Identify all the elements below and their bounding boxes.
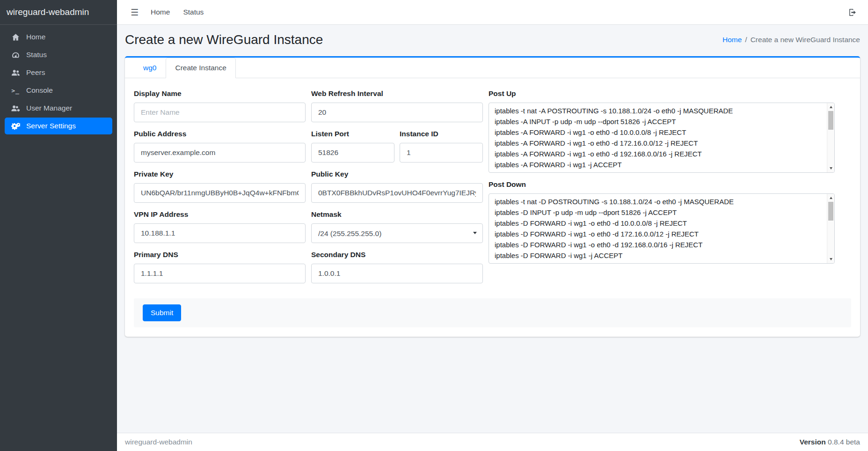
sidebar-item-label: Status [26, 51, 47, 59]
post-down-textarea[interactable]: iptables -t nat -D POSTROUTING -s 10.188… [489, 193, 835, 264]
primary-dns-group: Primary DNS [134, 250, 306, 283]
private-key-group: Private Key [134, 169, 306, 203]
scroll-down-arrow-icon[interactable] [827, 165, 834, 172]
content-header: Create a new WireGuard Instance Home / C… [117, 25, 868, 56]
netmask-label: Netmask [311, 209, 483, 220]
sidebar-item-label: Server Settings [26, 122, 76, 130]
breadcrumb: Home / Create a new WireGuard Instance [722, 36, 860, 44]
top-navbar: ☰ Home Status [117, 0, 868, 25]
scrollbar-thumb[interactable] [828, 111, 833, 130]
sidebar-brand-text: wireguard-webadmin [7, 7, 89, 17]
card-body: Display Name Public Address Private Key [125, 78, 860, 337]
netmask-group: Netmask /24 (255.255.255.0) [311, 209, 483, 243]
sidebar-toggle-icon[interactable]: ☰ [125, 5, 144, 20]
web-refresh-label: Web Refresh Interval [311, 89, 483, 99]
sidebar-nav: Home Status Peers >_ Console User Manage… [0, 25, 117, 135]
sidebar-item-home[interactable]: Home [5, 29, 112, 45]
vpn-ip-group: VPN IP Address [134, 209, 306, 243]
public-key-label: Public Key [311, 169, 483, 179]
listen-port-group: Listen Port [311, 129, 394, 163]
sidebar-item-server-settings[interactable]: Server Settings [5, 118, 112, 134]
tab-wg0[interactable]: wg0 [134, 58, 166, 78]
web-refresh-input[interactable] [311, 103, 483, 122]
instance-id-label: Instance ID [400, 129, 483, 139]
public-key-input[interactable] [311, 183, 483, 203]
breadcrumb-home-link[interactable]: Home [722, 36, 742, 44]
card-tabs: wg0 Create Instance [125, 58, 860, 78]
instance-id-input[interactable] [400, 143, 483, 163]
primary-dns-input[interactable] [134, 264, 306, 283]
post-up-label: Post Up [489, 89, 835, 99]
public-key-group: Public Key [311, 169, 483, 203]
form-column-middle: Web Refresh Interval Listen Port Instanc… [311, 89, 483, 290]
scroll-down-arrow-icon[interactable] [827, 256, 834, 263]
post-down-label: Post Down [489, 179, 835, 190]
primary-dns-label: Primary DNS [134, 250, 306, 260]
sidebar-item-label: Home [26, 33, 45, 41]
web-refresh-group: Web Refresh Interval [311, 89, 483, 122]
page-footer: wireguard-webadmin Version 0.8.4 beta [117, 433, 868, 451]
private-key-label: Private Key [134, 169, 306, 179]
post-down-content: iptables -t nat -D POSTROUTING -s 10.188… [489, 194, 834, 263]
post-up-scrollbar[interactable] [827, 103, 834, 172]
port-id-row: Listen Port Instance ID [311, 129, 483, 169]
post-up-textarea[interactable]: iptables -t nat -A POSTROUTING -s 10.188… [489, 103, 835, 173]
main-wrapper: ☰ Home Status Create a new WireGuard Ins… [117, 0, 868, 451]
sidebar-item-label: Console [26, 86, 53, 95]
sidebar-brand-link[interactable]: wireguard-webadmin [0, 0, 117, 25]
terminal-icon: >_ [9, 87, 22, 94]
instance-form: Display Name Public Address Private Key [134, 89, 851, 290]
sidebar-item-console[interactable]: >_ Console [5, 82, 112, 99]
cogs-icon [9, 122, 22, 130]
footer-brand: wireguard-webadmin [125, 438, 192, 446]
tachometer-icon [9, 51, 22, 59]
secondary-dns-label: Secondary DNS [311, 250, 483, 260]
netmask-select[interactable]: /24 (255.255.255.0) [311, 223, 483, 243]
sidebar-item-user-manager[interactable]: User Manager [5, 100, 112, 117]
card-footer: Submit [134, 298, 851, 327]
display-name-group: Display Name [134, 89, 306, 122]
breadcrumb-current: Create a new WireGuard Instance [751, 36, 860, 44]
users-icon [9, 69, 22, 76]
footer-version-value: 0.8.4 beta [828, 438, 860, 446]
footer-version: Version 0.8.4 beta [800, 438, 860, 446]
breadcrumb-separator: / [745, 36, 747, 44]
users-cog-icon [9, 105, 22, 112]
footer-version-label: Version [800, 438, 826, 446]
scroll-up-arrow-icon[interactable] [827, 194, 834, 201]
submit-button[interactable]: Submit [143, 304, 181, 321]
public-address-label: Public Address [134, 129, 306, 139]
post-down-scrollbar[interactable] [827, 194, 834, 263]
logout-icon[interactable] [845, 7, 860, 18]
sidebar: wireguard-webadmin Home Status Peers >_ … [0, 0, 117, 451]
secondary-dns-input[interactable] [311, 264, 483, 283]
home-icon [9, 33, 22, 41]
scrollbar-thumb[interactable] [828, 202, 833, 221]
sidebar-item-label: User Manager [26, 104, 72, 112]
secondary-dns-group: Secondary DNS [311, 250, 483, 283]
listen-port-label: Listen Port [311, 129, 394, 139]
public-address-group: Public Address [134, 129, 306, 163]
navbar-link-status[interactable]: Status [176, 6, 210, 18]
tab-create-instance[interactable]: Create Instance [166, 58, 235, 78]
sidebar-item-status[interactable]: Status [5, 46, 112, 63]
netmask-select-wrap: /24 (255.255.255.0) [311, 223, 483, 243]
public-address-input[interactable] [134, 143, 306, 163]
sidebar-item-peers[interactable]: Peers [5, 64, 112, 81]
post-up-content: iptables -t nat -A POSTROUTING -s 10.188… [489, 103, 834, 172]
vpn-ip-input[interactable] [134, 223, 306, 243]
navbar-link-home[interactable]: Home [144, 6, 176, 18]
scroll-up-arrow-icon[interactable] [827, 104, 834, 111]
private-key-input[interactable] [134, 183, 306, 203]
display-name-input[interactable] [134, 103, 306, 122]
content-area: Create a new WireGuard Instance Home / C… [117, 25, 868, 433]
vpn-ip-label: VPN IP Address [134, 209, 306, 220]
form-column-right: Post Up iptables -t nat -A POSTROUTING -… [489, 89, 835, 270]
page-title: Create a new WireGuard Instance [125, 32, 323, 47]
display-name-label: Display Name [134, 89, 306, 99]
sidebar-item-label: Peers [26, 68, 45, 77]
instance-card: wg0 Create Instance Display Name Public … [125, 56, 860, 337]
instance-id-group: Instance ID [400, 129, 483, 163]
form-column-left: Display Name Public Address Private Key [134, 89, 306, 290]
listen-port-input[interactable] [311, 143, 394, 163]
